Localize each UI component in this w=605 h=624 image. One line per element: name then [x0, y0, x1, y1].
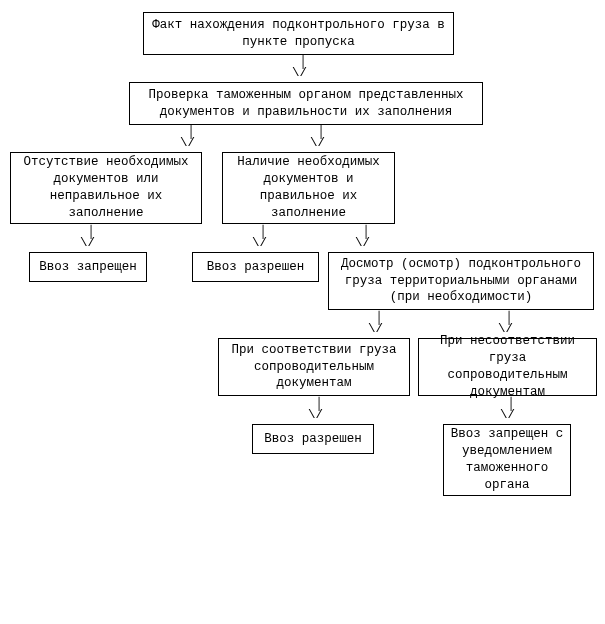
arrow-n3-n5: │ \/: [80, 227, 95, 248]
arrow-n1-n2: │ \/: [292, 57, 307, 78]
node-entry-allowed-1: Ввоз разрешен: [192, 252, 319, 282]
node-entry-forbidden-1: Ввоз запрещен: [29, 252, 147, 282]
node-entry-allowed-2: Ввоз разрешен: [252, 424, 374, 454]
arrow-n4-n6: │ \/: [252, 227, 267, 248]
node-inspection: Досмотр (осмотр) подконтрольного груза т…: [328, 252, 594, 310]
arrow-n7-n9: │ \/: [498, 313, 513, 334]
arrow-n2-n4: │ \/: [310, 127, 325, 148]
node-docs-present: Наличие необходимых документов и правиль…: [222, 152, 395, 224]
node-mismatch: При несоответствии груза сопроводительны…: [418, 338, 597, 396]
arrow-n7-n8: │ \/: [368, 313, 383, 334]
node-check: Проверка таможенным органом представленн…: [129, 82, 483, 125]
arrow-n8-n10: │ \/: [308, 399, 323, 420]
node-entry-forbidden-notify: Ввоз запрещен с уведомлением таможенного…: [443, 424, 571, 496]
node-match: При соответствии груза сопроводительным …: [218, 338, 410, 396]
flowchart-canvas: Факт нахождения подконтрольного груза в …: [0, 0, 605, 624]
arrow-n2-n3: │ \/: [180, 127, 195, 148]
node-fact: Факт нахождения подконтрольного груза в …: [143, 12, 454, 55]
arrow-n9-n11: │ \/: [500, 399, 515, 420]
arrow-n4-n7: │ \/: [355, 227, 370, 248]
node-docs-missing: Отсутствие необходимых документов или не…: [10, 152, 202, 224]
